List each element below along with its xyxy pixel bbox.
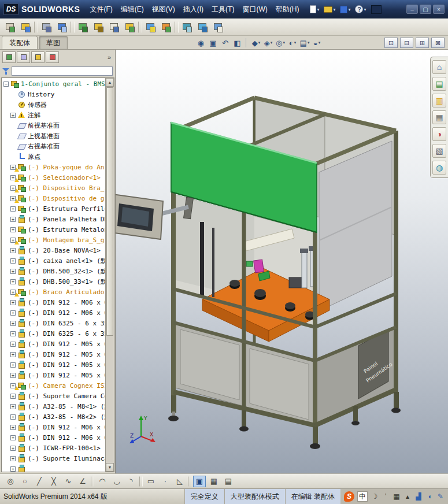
tree-expander[interactable] — [10, 414, 16, 420]
separator[interactable] — [175, 21, 179, 33]
tree-item[interactable]: (-) Montagem bra_S_g — [2, 235, 105, 245]
search-box[interactable] — [370, 2, 383, 16]
move-component-icon[interactable] — [91, 20, 106, 34]
sketch-icon[interactable]: ◎ — [4, 476, 17, 487]
fullwidth-mode-icon[interactable]: ☽ — [371, 492, 379, 501]
tree-item[interactable]: (-) DHB.500_33<1> (默认 — [2, 276, 105, 287]
dimxpertmanager-tab[interactable] — [46, 51, 59, 63]
view-orientation-icon[interactable]: ◆▾ — [250, 37, 262, 49]
assembly-features-icon[interactable] — [123, 20, 137, 34]
separator[interactable] — [138, 21, 142, 33]
tree-expander[interactable] — [10, 321, 16, 326]
tree-expander[interactable] — [10, 394, 16, 399]
solidworks-forum-icon[interactable]: ◍ — [432, 161, 446, 175]
tree-item[interactable]: (-) DIN 912 - M06 x 020 — [2, 422, 105, 432]
tree-expander[interactable] — [10, 446, 16, 451]
tree-expander[interactable] — [10, 279, 16, 284]
show-hidden-components-icon[interactable] — [107, 20, 121, 34]
maximize-button[interactable]: ▢ — [420, 5, 431, 14]
configurationmanager-tab[interactable] — [31, 51, 45, 63]
tree-item[interactable]: (-) A32-85 - M8<1> (默认 — [2, 401, 105, 412]
tray-show-hidden-icon[interactable]: ▴ — [403, 492, 412, 501]
insert-components-icon[interactable] — [18, 20, 33, 34]
section-view-icon[interactable]: ◧ — [232, 37, 243, 49]
tree-item[interactable]: (-) DIN 6325 - 6 x 35<1 — [2, 318, 105, 328]
tree-item[interactable]: 上视基准面 — [2, 131, 105, 141]
tree-expander[interactable] — [10, 206, 16, 212]
tree-item[interactable]: (-) DIN 912 - M06 x 020 — [2, 432, 105, 443]
menu-item[interactable]: 工具(T) — [208, 2, 238, 17]
sogou-input-icon[interactable]: S — [344, 491, 354, 502]
tree-expander[interactable] — [10, 435, 16, 440]
punctuation-mode-icon[interactable]: ’ — [382, 492, 390, 501]
spline-icon[interactable]: ∿ — [62, 476, 75, 487]
line-icon[interactable]: ╱ — [33, 476, 46, 487]
tree-item[interactable]: (-) caixa anel<1> (默认 — [2, 255, 105, 266]
tray-volume-icon[interactable]: ◖ — [425, 492, 434, 501]
tangent-arc-icon[interactable]: ◡ — [110, 476, 123, 487]
filter-icon[interactable] — [2, 68, 9, 75]
save-button[interactable]: ▾ — [339, 2, 351, 16]
tray-network-icon[interactable]: ▟ — [414, 492, 423, 501]
polygon-icon[interactable]: ◺ — [173, 476, 186, 487]
tree-item[interactable]: (-) DIN 912 - M06 x 035 — [2, 307, 105, 318]
featuremanager-tree-tab[interactable] — [2, 51, 16, 63]
tree-item[interactable]: (-) Camera Cognex ISI — [2, 380, 105, 391]
tree-item[interactable]: (-) Estrutura Perfil<1> — [2, 203, 105, 214]
edit-component-icon[interactable] — [3, 20, 17, 34]
separator[interactable] — [188, 476, 191, 487]
tree-expander[interactable] — [10, 352, 16, 357]
assembly-visualization-icon[interactable] — [211, 20, 225, 34]
scroll-thumb[interactable] — [106, 87, 113, 336]
commandmanager-tab[interactable]: 装配体 — [2, 36, 38, 49]
scroll-down-button[interactable]: ▼ — [106, 463, 114, 472]
tree-item[interactable]: (-) Selecionador<1> — [2, 172, 105, 183]
menu-item[interactable]: 插入(I) — [179, 2, 208, 17]
tree-expander[interactable] — [10, 310, 16, 316]
tree-expander[interactable] — [10, 113, 16, 118]
design-library-icon[interactable]: ▤ — [432, 77, 446, 91]
tree-item[interactable]: 传感器 — [2, 99, 105, 110]
help-button[interactable]: ?▾ — [354, 2, 367, 16]
tree-expander[interactable] — [10, 362, 16, 368]
tree-item[interactable]: (-) Panela Palheta DHB< — [2, 214, 105, 224]
panel-overflow-button[interactable]: » — [108, 54, 113, 61]
open-button[interactable]: ▾ — [323, 2, 336, 16]
tree-expander[interactable] — [3, 81, 9, 87]
tree-item[interactable]: (-) Suporte Camera Comp — [2, 391, 105, 401]
separator[interactable] — [139, 476, 143, 487]
tree-expander[interactable] — [10, 248, 16, 253]
mate-icon[interactable] — [39, 20, 54, 34]
arc-icon[interactable]: ◠ — [96, 476, 109, 487]
tree-item[interactable]: 前视基准面 — [2, 120, 105, 131]
close-button[interactable]: × — [433, 5, 445, 14]
tree-item[interactable]: (-) 20-Base NOVA<1> (默认 — [2, 245, 105, 255]
tree-item[interactable]: (-) DIN 912 - M05 x 050 — [2, 339, 105, 349]
tree-item[interactable]: (-) ICWR-FPR-100<1> (默 — [2, 443, 105, 453]
tree-expander[interactable] — [10, 300, 16, 305]
tree-expander[interactable] — [10, 227, 16, 232]
grid-icon[interactable]: ▦ — [208, 476, 220, 487]
menu-item[interactable]: 帮助(H) — [272, 2, 303, 17]
propertymanager-tab[interactable] — [17, 51, 30, 63]
view-settings-icon[interactable]: ◒▾ — [311, 37, 323, 49]
separator[interactable] — [34, 21, 38, 33]
tree-scrollbar[interactable]: ▲ ▼ — [105, 78, 114, 472]
graphics-area[interactable]: Painel Pneumático — [116, 50, 448, 473]
menu-item[interactable]: 视图(V) — [148, 2, 179, 17]
new-document-button[interactable]: ▾ — [309, 2, 320, 16]
window-menu-icon[interactable]: ⊡ — [384, 38, 398, 48]
tree-item[interactable]: (-) DIN 912 - M05 x 050 — [2, 349, 105, 360]
three-point-arc-icon[interactable]: ◝ — [125, 476, 138, 487]
scroll-track[interactable] — [106, 336, 114, 463]
tree-item[interactable]: (-) Suporte Iluminacao — [2, 453, 105, 464]
window-close-button[interactable]: ⊠ — [431, 38, 445, 48]
linear-component-pattern-icon[interactable] — [55, 20, 69, 34]
tree-expander[interactable] — [10, 342, 16, 347]
filter-input[interactable] — [12, 66, 113, 76]
smart-fasteners-icon[interactable] — [76, 20, 90, 34]
tree-expander[interactable] — [10, 373, 16, 378]
tree-item[interactable]: (-) DIN 912 - M05 x 050 — [2, 370, 105, 380]
point-icon[interactable]: ∙ — [159, 476, 172, 487]
edit-appearance-icon[interactable]: ◐▾ — [287, 37, 298, 49]
